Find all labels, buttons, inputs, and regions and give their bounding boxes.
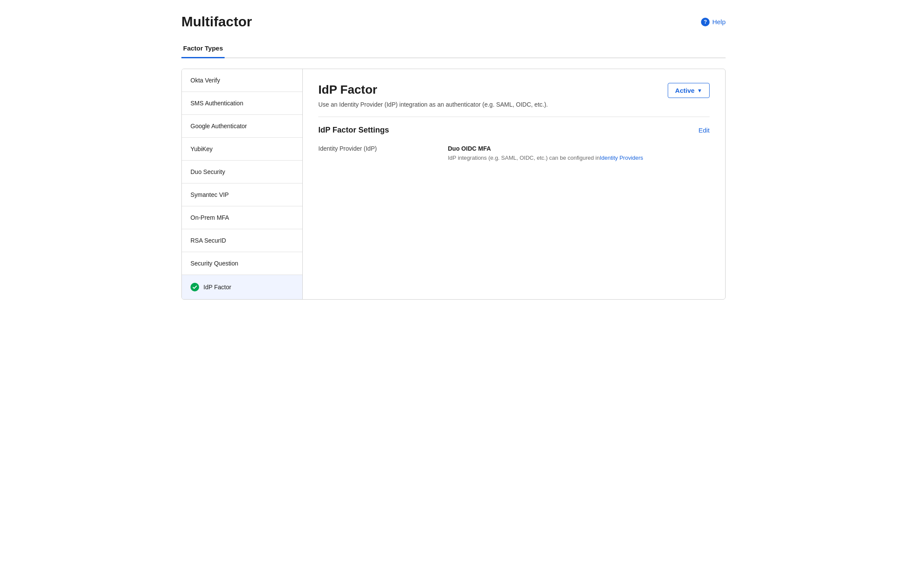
sidebar-label-security-question: Security Question bbox=[190, 260, 238, 267]
sidebar-item-on-prem-mfa[interactable]: On-Prem MFA bbox=[182, 206, 302, 229]
active-button-label: Active bbox=[675, 87, 695, 94]
section-divider bbox=[318, 117, 710, 117]
sidebar-item-rsa-securid[interactable]: RSA SecurID bbox=[182, 229, 302, 252]
settings-title: IdP Factor Settings bbox=[318, 126, 389, 135]
settings-value-main: Duo OIDC MFA bbox=[448, 145, 710, 152]
chevron-down-icon: ▼ bbox=[697, 88, 702, 94]
settings-value-block: Duo OIDC MFA IdP integrations (e.g. SAML… bbox=[448, 145, 710, 162]
sidebar-item-duo-security[interactable]: Duo Security bbox=[182, 161, 302, 183]
sidebar-label-on-prem-mfa: On-Prem MFA bbox=[190, 214, 229, 221]
settings-label-idp: Identity Provider (IdP) bbox=[318, 145, 431, 162]
main-card: Okta Verify SMS Authentication Google Au… bbox=[181, 69, 726, 300]
sidebar-item-okta-verify[interactable]: Okta Verify bbox=[182, 69, 302, 92]
edit-link[interactable]: Edit bbox=[698, 126, 710, 134]
factor-header-left: IdP Factor Use an Identity Provider (IdP… bbox=[318, 83, 548, 108]
active-button[interactable]: Active ▼ bbox=[668, 83, 710, 98]
sidebar-label-google-authenticator: Google Authenticator bbox=[190, 123, 247, 130]
sidebar-label-yubikey: YubiKey bbox=[190, 145, 212, 152]
check-icon bbox=[190, 283, 199, 291]
sidebar-label-okta-verify: Okta Verify bbox=[190, 77, 220, 84]
page-title: Multifactor bbox=[181, 14, 252, 30]
settings-value-sub-text: IdP integrations (e.g. SAML, OIDC, etc.)… bbox=[448, 155, 600, 161]
page-header: Multifactor ? Help bbox=[181, 14, 726, 30]
sidebar-label-idp-factor: IdP Factor bbox=[203, 284, 231, 291]
sidebar-label-symantec-vip: Symantec VIP bbox=[190, 191, 229, 198]
help-icon: ? bbox=[701, 18, 710, 26]
factor-title: IdP Factor bbox=[318, 83, 548, 97]
sidebar-list: Okta Verify SMS Authentication Google Au… bbox=[182, 69, 303, 299]
help-label: Help bbox=[712, 18, 726, 25]
sidebar-item-yubikey[interactable]: YubiKey bbox=[182, 138, 302, 161]
identity-providers-link[interactable]: Identity Providers bbox=[600, 155, 643, 161]
help-link[interactable]: ? Help bbox=[701, 18, 726, 26]
settings-row: Identity Provider (IdP) Duo OIDC MFA IdP… bbox=[318, 145, 710, 162]
sidebar-item-idp-factor[interactable]: IdP Factor bbox=[182, 275, 302, 299]
factor-header: IdP Factor Use an Identity Provider (IdP… bbox=[318, 83, 710, 108]
settings-header: IdP Factor Settings Edit bbox=[318, 126, 710, 135]
content-panel: IdP Factor Use an Identity Provider (IdP… bbox=[303, 69, 725, 299]
factor-description: Use an Identity Provider (IdP) integrati… bbox=[318, 101, 548, 108]
sidebar-item-symantec-vip[interactable]: Symantec VIP bbox=[182, 183, 302, 206]
sidebar-label-sms-authentication: SMS Authentication bbox=[190, 100, 243, 107]
settings-value-sub: IdP integrations (e.g. SAML, OIDC, etc.)… bbox=[448, 154, 710, 162]
sidebar-label-duo-security: Duo Security bbox=[190, 168, 225, 175]
sidebar-item-google-authenticator[interactable]: Google Authenticator bbox=[182, 115, 302, 138]
tab-factor-types[interactable]: Factor Types bbox=[181, 40, 225, 58]
sidebar-item-sms-authentication[interactable]: SMS Authentication bbox=[182, 92, 302, 115]
sidebar-label-rsa-securid: RSA SecurID bbox=[190, 237, 226, 244]
sidebar-item-security-question[interactable]: Security Question bbox=[182, 252, 302, 275]
tabs-bar: Factor Types bbox=[181, 40, 726, 58]
